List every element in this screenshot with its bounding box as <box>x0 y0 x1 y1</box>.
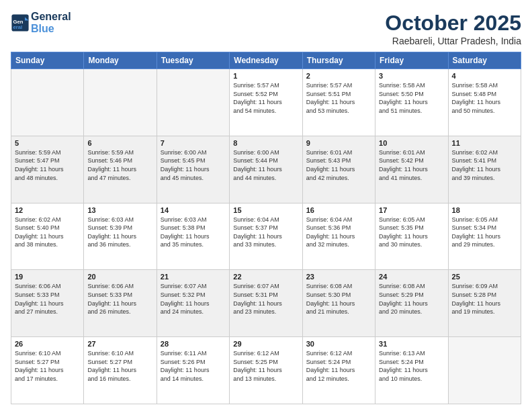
table-row <box>448 337 521 404</box>
day-info: Sunrise: 5:57 AM Sunset: 5:52 PM Dayligh… <box>233 81 298 115</box>
header-sunday: Sunday <box>11 52 84 69</box>
day-number: 17 <box>379 206 444 214</box>
table-row: 20Sunrise: 6:06 AM Sunset: 5:33 PM Dayli… <box>84 270 157 337</box>
day-number: 28 <box>161 340 226 348</box>
day-number: 9 <box>306 139 371 147</box>
day-info: Sunrise: 6:01 AM Sunset: 5:43 PM Dayligh… <box>306 148 371 182</box>
day-number: 2 <box>306 72 371 80</box>
day-number: 21 <box>161 273 226 281</box>
logo-line2: Blue <box>31 23 71 35</box>
day-info: Sunrise: 5:57 AM Sunset: 5:51 PM Dayligh… <box>306 81 371 115</box>
day-number: 1 <box>233 72 298 80</box>
table-row: 4Sunrise: 5:58 AM Sunset: 5:48 PM Daylig… <box>448 69 521 136</box>
title-area: October 2025 Raebareli, Uttar Pradesh, I… <box>385 11 521 46</box>
table-row: 18Sunrise: 6:05 AM Sunset: 5:34 PM Dayli… <box>448 203 521 270</box>
table-row: 12Sunrise: 6:02 AM Sunset: 5:40 PM Dayli… <box>11 203 84 270</box>
svg-text:eral: eral <box>13 24 23 30</box>
day-number: 27 <box>87 340 152 348</box>
page: Gen eral General Blue October 2025 Raeba… <box>0 0 532 411</box>
table-row <box>11 69 84 136</box>
header-tuesday: Tuesday <box>157 52 229 69</box>
table-row: 24Sunrise: 6:08 AM Sunset: 5:29 PM Dayli… <box>375 270 448 337</box>
day-number: 5 <box>15 139 80 147</box>
table-row: 21Sunrise: 6:07 AM Sunset: 5:32 PM Dayli… <box>157 270 229 337</box>
month-title: October 2025 <box>385 11 521 36</box>
day-number: 31 <box>379 340 444 348</box>
day-info: Sunrise: 6:08 AM Sunset: 5:29 PM Dayligh… <box>379 282 444 316</box>
calendar-week-row: 19Sunrise: 6:06 AM Sunset: 5:33 PM Dayli… <box>11 270 521 337</box>
day-info: Sunrise: 6:05 AM Sunset: 5:34 PM Dayligh… <box>452 216 517 249</box>
table-row: 8Sunrise: 6:00 AM Sunset: 5:44 PM Daylig… <box>230 136 302 203</box>
table-row: 31Sunrise: 6:13 AM Sunset: 5:24 PM Dayli… <box>375 337 448 404</box>
day-info: Sunrise: 6:04 AM Sunset: 5:37 PM Dayligh… <box>233 216 298 249</box>
day-number: 3 <box>379 72 444 80</box>
header-monday: Monday <box>84 52 157 69</box>
table-row: 30Sunrise: 6:12 AM Sunset: 5:24 PM Dayli… <box>302 337 375 404</box>
day-number: 13 <box>87 206 152 214</box>
table-row: 27Sunrise: 6:10 AM Sunset: 5:27 PM Dayli… <box>84 337 157 404</box>
day-info: Sunrise: 6:10 AM Sunset: 5:27 PM Dayligh… <box>87 349 152 383</box>
day-number: 19 <box>15 273 80 281</box>
day-number: 30 <box>306 340 371 348</box>
day-info: Sunrise: 6:02 AM Sunset: 5:40 PM Dayligh… <box>15 216 80 249</box>
logo-icon: Gen eral <box>11 13 30 32</box>
day-info: Sunrise: 6:07 AM Sunset: 5:31 PM Dayligh… <box>233 282 298 316</box>
table-row: 7Sunrise: 6:00 AM Sunset: 5:45 PM Daylig… <box>157 136 229 203</box>
day-info: Sunrise: 6:06 AM Sunset: 5:33 PM Dayligh… <box>15 282 80 316</box>
day-info: Sunrise: 6:05 AM Sunset: 5:35 PM Dayligh… <box>379 216 444 249</box>
day-number: 15 <box>233 206 298 214</box>
table-row: 19Sunrise: 6:06 AM Sunset: 5:33 PM Dayli… <box>11 270 84 337</box>
calendar-week-row: 26Sunrise: 6:10 AM Sunset: 5:27 PM Dayli… <box>11 337 521 404</box>
calendar-table: Sunday Monday Tuesday Wednesday Thursday… <box>11 52 521 404</box>
table-row: 14Sunrise: 6:03 AM Sunset: 5:38 PM Dayli… <box>157 203 229 270</box>
calendar-week-row: 5Sunrise: 5:59 AM Sunset: 5:47 PM Daylig… <box>11 136 521 203</box>
day-number: 12 <box>15 206 80 214</box>
day-info: Sunrise: 5:58 AM Sunset: 5:50 PM Dayligh… <box>379 81 444 115</box>
table-row: 29Sunrise: 6:12 AM Sunset: 5:25 PM Dayli… <box>230 337 302 404</box>
table-row: 9Sunrise: 6:01 AM Sunset: 5:43 PM Daylig… <box>302 136 375 203</box>
day-number: 11 <box>452 139 517 147</box>
day-info: Sunrise: 6:02 AM Sunset: 5:41 PM Dayligh… <box>452 148 517 182</box>
table-row: 15Sunrise: 6:04 AM Sunset: 5:37 PM Dayli… <box>230 203 302 270</box>
day-number: 22 <box>233 273 298 281</box>
header-friday: Friday <box>375 52 448 69</box>
table-row: 25Sunrise: 6:09 AM Sunset: 5:28 PM Dayli… <box>448 270 521 337</box>
day-info: Sunrise: 5:59 AM Sunset: 5:46 PM Dayligh… <box>87 148 152 182</box>
day-number: 26 <box>15 340 80 348</box>
table-row: 1Sunrise: 5:57 AM Sunset: 5:52 PM Daylig… <box>230 69 302 136</box>
calendar-week-row: 1Sunrise: 5:57 AM Sunset: 5:52 PM Daylig… <box>11 69 521 136</box>
day-info: Sunrise: 6:04 AM Sunset: 5:36 PM Dayligh… <box>306 216 371 249</box>
table-row: 5Sunrise: 5:59 AM Sunset: 5:47 PM Daylig… <box>11 136 84 203</box>
table-row: 23Sunrise: 6:08 AM Sunset: 5:30 PM Dayli… <box>302 270 375 337</box>
header-wednesday: Wednesday <box>230 52 302 69</box>
day-number: 8 <box>233 139 298 147</box>
table-row: 11Sunrise: 6:02 AM Sunset: 5:41 PM Dayli… <box>448 136 521 203</box>
table-row <box>84 69 157 136</box>
day-number: 23 <box>306 273 371 281</box>
day-number: 24 <box>379 273 444 281</box>
day-info: Sunrise: 6:12 AM Sunset: 5:24 PM Dayligh… <box>306 349 371 383</box>
table-row: 3Sunrise: 5:58 AM Sunset: 5:50 PM Daylig… <box>375 69 448 136</box>
day-info: Sunrise: 6:09 AM Sunset: 5:28 PM Dayligh… <box>452 282 517 316</box>
table-row: 6Sunrise: 5:59 AM Sunset: 5:46 PM Daylig… <box>84 136 157 203</box>
day-info: Sunrise: 6:03 AM Sunset: 5:38 PM Dayligh… <box>161 216 226 249</box>
table-row: 22Sunrise: 6:07 AM Sunset: 5:31 PM Dayli… <box>230 270 302 337</box>
day-number: 16 <box>306 206 371 214</box>
calendar-week-row: 12Sunrise: 6:02 AM Sunset: 5:40 PM Dayli… <box>11 203 521 270</box>
table-row: 17Sunrise: 6:05 AM Sunset: 5:35 PM Dayli… <box>375 203 448 270</box>
table-row: 26Sunrise: 6:10 AM Sunset: 5:27 PM Dayli… <box>11 337 84 404</box>
logo-line1: General <box>31 11 71 23</box>
day-info: Sunrise: 5:58 AM Sunset: 5:48 PM Dayligh… <box>452 81 517 115</box>
day-info: Sunrise: 6:03 AM Sunset: 5:39 PM Dayligh… <box>87 216 152 249</box>
table-row <box>157 69 229 136</box>
day-info: Sunrise: 6:00 AM Sunset: 5:44 PM Dayligh… <box>233 148 298 182</box>
location-subtitle: Raebareli, Uttar Pradesh, India <box>385 36 521 46</box>
logo-text: General Blue <box>31 11 71 35</box>
day-info: Sunrise: 6:01 AM Sunset: 5:42 PM Dayligh… <box>379 148 444 182</box>
table-row: 28Sunrise: 6:11 AM Sunset: 5:26 PM Dayli… <box>157 337 229 404</box>
day-info: Sunrise: 6:08 AM Sunset: 5:30 PM Dayligh… <box>306 282 371 316</box>
table-row: 2Sunrise: 5:57 AM Sunset: 5:51 PM Daylig… <box>302 69 375 136</box>
day-info: Sunrise: 6:10 AM Sunset: 5:27 PM Dayligh… <box>15 349 80 383</box>
day-number: 20 <box>87 273 152 281</box>
day-number: 25 <box>452 273 517 281</box>
